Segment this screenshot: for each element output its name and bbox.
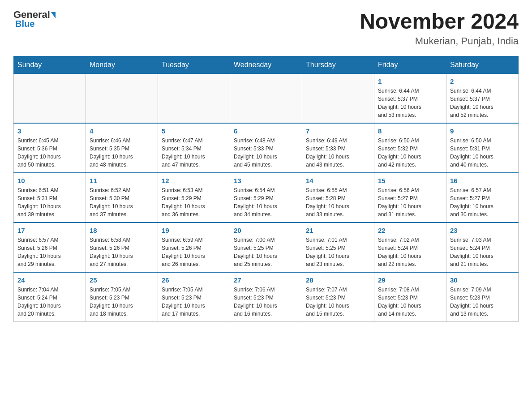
table-row: 23Sunrise: 7:03 AMSunset: 5:24 PMDayligh… bbox=[446, 223, 519, 272]
day-info: Sunrise: 6:56 AMSunset: 5:27 PMDaylight:… bbox=[378, 186, 442, 218]
col-sunday: Sunday bbox=[14, 56, 86, 74]
day-number: 4 bbox=[90, 127, 154, 135]
day-info: Sunrise: 7:00 AMSunset: 5:25 PMDaylight:… bbox=[234, 236, 298, 268]
table-row bbox=[158, 74, 230, 124]
table-row: 1Sunrise: 6:44 AMSunset: 5:37 PMDaylight… bbox=[374, 74, 446, 124]
table-row: 24Sunrise: 7:04 AMSunset: 5:24 PMDayligh… bbox=[14, 272, 86, 322]
day-info: Sunrise: 6:45 AMSunset: 5:36 PMDaylight:… bbox=[17, 137, 82, 169]
day-number: 14 bbox=[306, 177, 370, 184]
table-row: 4Sunrise: 6:46 AMSunset: 5:35 PMDaylight… bbox=[86, 123, 158, 173]
col-wednesday: Wednesday bbox=[230, 56, 302, 74]
day-info: Sunrise: 6:57 AMSunset: 5:26 PMDaylight:… bbox=[17, 236, 82, 268]
table-row: 20Sunrise: 7:00 AMSunset: 5:25 PMDayligh… bbox=[230, 223, 302, 272]
table-row bbox=[302, 74, 374, 124]
table-row: 12Sunrise: 6:53 AMSunset: 5:29 PMDayligh… bbox=[158, 173, 230, 223]
day-info: Sunrise: 6:50 AMSunset: 5:31 PMDaylight:… bbox=[450, 137, 515, 169]
table-row bbox=[230, 74, 302, 124]
table-row: 9Sunrise: 6:50 AMSunset: 5:31 PMDaylight… bbox=[446, 123, 519, 173]
day-info: Sunrise: 6:51 AMSunset: 5:31 PMDaylight:… bbox=[17, 186, 82, 218]
calendar-header-row: Sunday Monday Tuesday Wednesday Thursday… bbox=[14, 56, 519, 74]
day-info: Sunrise: 6:50 AMSunset: 5:32 PMDaylight:… bbox=[378, 137, 442, 169]
logo-blue: Blue bbox=[15, 19, 34, 29]
col-saturday: Saturday bbox=[446, 56, 519, 74]
day-number: 10 bbox=[17, 177, 82, 184]
col-monday: Monday bbox=[86, 56, 158, 74]
calendar-table: Sunday Monday Tuesday Wednesday Thursday… bbox=[13, 56, 519, 322]
day-info: Sunrise: 6:59 AMSunset: 5:26 PMDaylight:… bbox=[162, 236, 226, 268]
day-number: 23 bbox=[450, 227, 515, 234]
table-row: 22Sunrise: 7:02 AMSunset: 5:24 PMDayligh… bbox=[374, 223, 446, 272]
day-info: Sunrise: 7:01 AMSunset: 5:25 PMDaylight:… bbox=[306, 236, 370, 268]
day-number: 2 bbox=[450, 77, 515, 85]
day-info: Sunrise: 7:08 AMSunset: 5:23 PMDaylight:… bbox=[378, 286, 442, 318]
day-info: Sunrise: 6:44 AMSunset: 5:37 PMDaylight:… bbox=[450, 87, 515, 119]
table-row: 28Sunrise: 7:07 AMSunset: 5:23 PMDayligh… bbox=[302, 272, 374, 322]
day-info: Sunrise: 7:05 AMSunset: 5:23 PMDaylight:… bbox=[90, 286, 154, 318]
table-row: 14Sunrise: 6:55 AMSunset: 5:28 PMDayligh… bbox=[302, 173, 374, 223]
calendar-week-5: 24Sunrise: 7:04 AMSunset: 5:24 PMDayligh… bbox=[14, 272, 519, 322]
day-info: Sunrise: 6:52 AMSunset: 5:30 PMDaylight:… bbox=[90, 186, 154, 218]
col-friday: Friday bbox=[374, 56, 446, 74]
day-number: 11 bbox=[90, 177, 154, 184]
day-number: 20 bbox=[234, 227, 298, 234]
page-title: November 2024 bbox=[360, 9, 519, 34]
table-row: 13Sunrise: 6:54 AMSunset: 5:29 PMDayligh… bbox=[230, 173, 302, 223]
title-area: November 2024 Mukerian, Punjab, India bbox=[360, 9, 519, 47]
table-row: 21Sunrise: 7:01 AMSunset: 5:25 PMDayligh… bbox=[302, 223, 374, 272]
table-row: 29Sunrise: 7:08 AMSunset: 5:23 PMDayligh… bbox=[374, 272, 446, 322]
day-number: 12 bbox=[162, 177, 226, 184]
day-number: 3 bbox=[17, 127, 82, 135]
logo-triangle-icon bbox=[51, 12, 56, 18]
day-info: Sunrise: 6:46 AMSunset: 5:35 PMDaylight:… bbox=[90, 137, 154, 169]
table-row: 16Sunrise: 6:57 AMSunset: 5:27 PMDayligh… bbox=[446, 173, 519, 223]
table-row: 19Sunrise: 6:59 AMSunset: 5:26 PMDayligh… bbox=[158, 223, 230, 272]
day-number: 17 bbox=[17, 227, 82, 234]
day-info: Sunrise: 6:54 AMSunset: 5:29 PMDaylight:… bbox=[234, 186, 298, 218]
table-row bbox=[14, 74, 86, 124]
table-row: 25Sunrise: 7:05 AMSunset: 5:23 PMDayligh… bbox=[86, 272, 158, 322]
table-row: 17Sunrise: 6:57 AMSunset: 5:26 PMDayligh… bbox=[14, 223, 86, 272]
day-info: Sunrise: 7:07 AMSunset: 5:23 PMDaylight:… bbox=[306, 286, 370, 318]
day-number: 6 bbox=[234, 127, 298, 135]
calendar-week-1: 1Sunrise: 6:44 AMSunset: 5:37 PMDaylight… bbox=[14, 74, 519, 124]
day-info: Sunrise: 7:09 AMSunset: 5:23 PMDaylight:… bbox=[450, 286, 515, 318]
day-number: 9 bbox=[450, 127, 515, 135]
table-row: 6Sunrise: 6:48 AMSunset: 5:33 PMDaylight… bbox=[230, 123, 302, 173]
table-row: 8Sunrise: 6:50 AMSunset: 5:32 PMDaylight… bbox=[374, 123, 446, 173]
calendar-week-3: 10Sunrise: 6:51 AMSunset: 5:31 PMDayligh… bbox=[14, 173, 519, 223]
day-number: 19 bbox=[162, 227, 226, 234]
day-info: Sunrise: 6:57 AMSunset: 5:27 PMDaylight:… bbox=[450, 186, 515, 218]
day-info: Sunrise: 7:03 AMSunset: 5:24 PMDaylight:… bbox=[450, 236, 515, 268]
day-info: Sunrise: 6:53 AMSunset: 5:29 PMDaylight:… bbox=[162, 186, 226, 218]
col-thursday: Thursday bbox=[302, 56, 374, 74]
day-number: 13 bbox=[234, 177, 298, 184]
day-number: 8 bbox=[378, 127, 442, 135]
day-number: 27 bbox=[234, 276, 298, 284]
day-number: 28 bbox=[306, 276, 370, 284]
table-row: 26Sunrise: 7:05 AMSunset: 5:23 PMDayligh… bbox=[158, 272, 230, 322]
day-number: 1 bbox=[378, 77, 442, 85]
table-row: 11Sunrise: 6:52 AMSunset: 5:30 PMDayligh… bbox=[86, 173, 158, 223]
day-info: Sunrise: 6:44 AMSunset: 5:37 PMDaylight:… bbox=[378, 87, 442, 119]
day-info: Sunrise: 7:04 AMSunset: 5:24 PMDaylight:… bbox=[17, 286, 82, 318]
table-row: 15Sunrise: 6:56 AMSunset: 5:27 PMDayligh… bbox=[374, 173, 446, 223]
day-info: Sunrise: 6:47 AMSunset: 5:34 PMDaylight:… bbox=[162, 137, 226, 169]
table-row: 30Sunrise: 7:09 AMSunset: 5:23 PMDayligh… bbox=[446, 272, 519, 322]
day-number: 16 bbox=[450, 177, 515, 184]
table-row: 10Sunrise: 6:51 AMSunset: 5:31 PMDayligh… bbox=[14, 173, 86, 223]
table-row bbox=[86, 74, 158, 124]
table-row: 7Sunrise: 6:49 AMSunset: 5:33 PMDaylight… bbox=[302, 123, 374, 173]
table-row: 3Sunrise: 6:45 AMSunset: 5:36 PMDaylight… bbox=[14, 123, 86, 173]
table-row: 27Sunrise: 7:06 AMSunset: 5:23 PMDayligh… bbox=[230, 272, 302, 322]
calendar-week-2: 3Sunrise: 6:45 AMSunset: 5:36 PMDaylight… bbox=[14, 123, 519, 173]
day-number: 26 bbox=[162, 276, 226, 284]
location-subtitle: Mukerian, Punjab, India bbox=[360, 35, 519, 47]
day-number: 24 bbox=[17, 276, 82, 284]
day-number: 15 bbox=[378, 177, 442, 184]
day-number: 5 bbox=[162, 127, 226, 135]
day-number: 18 bbox=[90, 227, 154, 234]
day-info: Sunrise: 6:48 AMSunset: 5:33 PMDaylight:… bbox=[234, 137, 298, 169]
day-info: Sunrise: 6:58 AMSunset: 5:26 PMDaylight:… bbox=[90, 236, 154, 268]
day-info: Sunrise: 7:02 AMSunset: 5:24 PMDaylight:… bbox=[378, 236, 442, 268]
day-number: 22 bbox=[378, 227, 442, 234]
